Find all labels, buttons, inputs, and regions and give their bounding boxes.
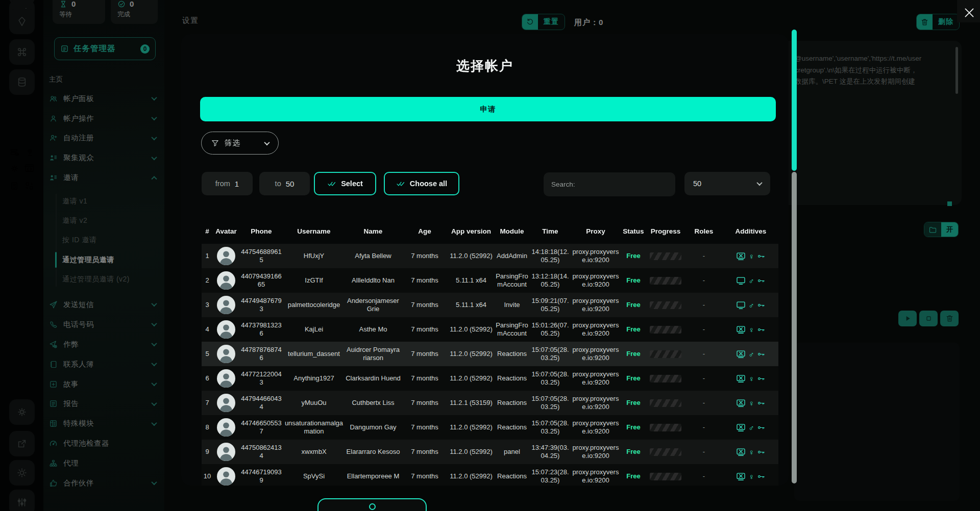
additives-cell: ♂ [723,423,778,432]
name-cell: Asthe Mo [345,325,402,334]
table-header-cell[interactable]: Time [529,227,571,235]
apply-button[interactable]: 申请 [200,97,776,121]
roles-cell: - [684,301,723,309]
username-cell: xwxmbX [283,448,345,456]
time-cell: 15:07:23(28.03.25) [529,468,571,484]
time-cell: 15:09:21(07.05.25) [529,297,571,313]
table-header-cell[interactable]: Phone [239,227,283,235]
table-header-cell[interactable]: Proxy [571,227,620,235]
page-size-select[interactable]: 50 [684,172,770,195]
table-header-cell[interactable]: Roles [684,227,723,235]
time-cell: 13:47:39(03.04.25) [529,444,571,460]
status-cell: Free [620,276,647,285]
table-header-cell[interactable]: Progress [647,227,684,235]
search-input[interactable] [544,181,675,188]
monitor-icon [736,276,746,286]
username-cell: Anything1927 [283,374,345,382]
phone-cell: 447944660434 [239,395,283,411]
avatar [217,320,235,339]
table-header-cell[interactable]: Avatar [213,227,239,235]
gender-icon: ♀ [748,326,754,334]
status-cell: Free [620,325,647,334]
double-check-icon [327,179,337,189]
username-cell: HfUxjY [283,252,345,260]
age-cell: 7 months [402,276,448,285]
from-input[interactable]: from 1 [202,172,253,195]
table-header-cell[interactable]: # [202,227,213,235]
name-cell: Andersonjameser Grie [345,297,402,313]
table-row[interactable]: 4 447379813236 KajLei Asthe Mo 7 months … [202,317,778,342]
table-header-cell[interactable]: Status [620,227,647,235]
table-row[interactable]: 1 447546889615 HfUxjY Afyta Bellew 7 mon… [202,244,778,268]
module-cell: panel [495,448,529,456]
avatar [217,247,235,265]
proxy-cell: proxy.proxyverse.io:9200 [571,297,620,313]
status-cell: Free [620,472,647,480]
row-number: 6 [202,374,213,382]
roles-cell: - [684,252,723,260]
table-header-cell[interactable]: Module [495,227,529,235]
modal-scrollbar-thumb[interactable] [792,30,797,171]
table-row[interactable]: 7 447944660434 yMuuOu Cuthbertx Liss 7 m… [202,391,778,415]
table-header-cell[interactable]: App version [448,227,495,235]
table-header-cell[interactable]: Age [402,227,448,235]
key-icon [756,473,766,480]
monitor-x-icon [736,423,746,432]
avatar [217,443,235,461]
table-row[interactable]: 5 447878768746 tellurium_dassent Auidrce… [202,342,778,366]
monitor-x-icon [736,349,746,359]
table-row[interactable]: 9 447508624134 xwxmbX Elararraro Kesoso … [202,440,778,464]
age-cell: 7 months [402,399,448,407]
close-button[interactable] [963,6,976,19]
roles-cell: - [684,448,723,456]
key-icon [756,277,766,285]
time-cell: 13:12:18(14.05.25) [529,272,571,289]
phone-cell: 447466505537 [239,419,283,436]
gender-icon: ♂ [748,350,754,358]
double-check-icon [396,179,406,189]
chevron-down-icon [756,180,762,186]
module-cell: Reactions [495,350,529,358]
status-cell: Free [620,423,647,431]
status-cell: Free [620,350,647,358]
table-row[interactable]: 10 447467190939 SpVySi Ellartemporeee M … [202,464,778,486]
avatar [217,418,235,437]
gender-icon: ♀ [748,252,754,260]
select-button[interactable]: Select [314,172,376,195]
table-header: # Avatar Phone Username Name Age App ver… [202,222,778,240]
app-version-cell: 5.11.1 x64 [448,301,495,309]
table-row[interactable]: 6 447721220043 Anything1927 Clarksardin … [202,366,778,391]
filter-button[interactable]: 筛选 [201,132,279,155]
name-cell: Afyta Bellew [345,252,402,260]
gender-icon: ♀ [748,448,754,456]
app-version-cell: 11.2.0 (52992) [448,252,495,260]
name-cell: Auidrcer Pomayrariarson [345,346,402,362]
table-header-cell[interactable]: Name [345,227,402,235]
monitor-x-icon [736,325,746,335]
status-cell: Free [620,448,647,456]
gender-icon: ♀ [748,473,754,480]
name-cell: Clarksardin Huend [345,374,402,382]
name-cell: Elararraro Kesoso [345,448,402,456]
monitor-icon [736,300,746,310]
roles-cell: - [684,472,723,480]
table-row[interactable]: 8 447466505537 unsaturationamalgamation … [202,415,778,440]
table-row[interactable]: 2 4407943916665 IzGTIf AllleIddlto Nan 7… [202,268,778,293]
time-cell: 15:01:26(07.05.25) [529,321,571,338]
module-cell: AddAdmin [495,252,529,260]
additives-cell: ♂ [723,349,778,359]
row-number: 2 [202,276,213,285]
row-number: 9 [202,448,213,456]
choose-all-button[interactable]: Choose all [384,172,459,195]
to-input[interactable]: to 50 [259,172,310,195]
table-header-cell[interactable]: Additives [723,227,778,235]
row-number: 5 [202,350,213,358]
modal-scrollbar-track[interactable] [792,172,797,483]
status-cell: Free [620,399,647,407]
additives-cell: ♂ [723,276,778,286]
clipped-bottom-button[interactable] [317,498,427,511]
table-header-cell[interactable]: Username [283,227,345,235]
table-row[interactable]: 3 447494876793 palmettocoleridge Anderso… [202,293,778,317]
app-version-cell: 11.2.0 (52992) [448,472,495,480]
age-cell: 7 months [402,252,448,260]
